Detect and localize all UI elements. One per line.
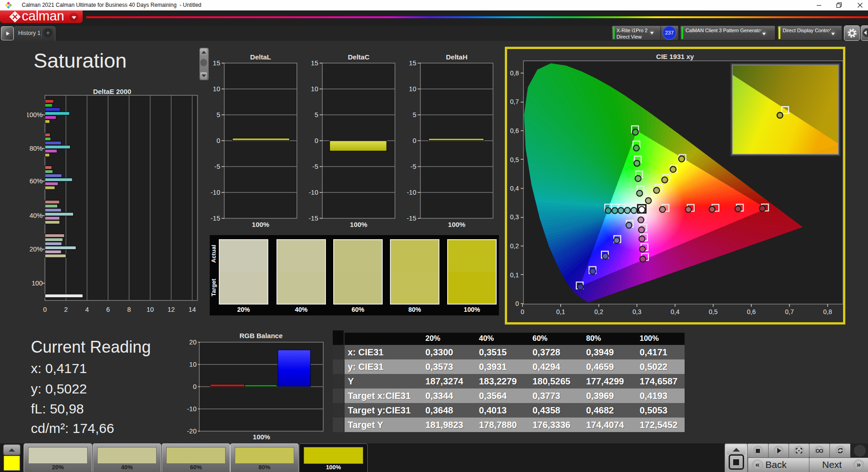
svg-text:0: 0: [315, 137, 318, 144]
svg-text:100: 100: [32, 280, 43, 287]
svg-text:0,3: 0,3: [632, 308, 641, 315]
svg-text:10: 10: [311, 85, 318, 93]
svg-text:100%: 100%: [448, 221, 465, 228]
svg-text:0,2: 0,2: [594, 308, 603, 315]
svg-text:15: 15: [311, 59, 318, 67]
svg-text:-10: -10: [211, 189, 220, 196]
svg-text:-20: -20: [187, 428, 197, 435]
svg-text:0,8: 0,8: [823, 308, 832, 315]
svg-text:0,6: 0,6: [510, 127, 519, 134]
svg-text:10: 10: [213, 85, 220, 93]
svg-text:10: 10: [189, 361, 197, 368]
svg-text:20: 20: [189, 339, 197, 346]
svg-text:0,5: 0,5: [510, 156, 519, 163]
svg-text:-10: -10: [187, 405, 197, 413]
svg-text:10: 10: [409, 85, 416, 93]
svg-text:0: 0: [43, 306, 47, 313]
svg-text:20%: 20%: [30, 246, 43, 253]
svg-text:-10: -10: [309, 189, 318, 196]
svg-text:40%: 40%: [30, 212, 43, 219]
svg-text:-5: -5: [214, 163, 220, 170]
svg-text:-15: -15: [407, 215, 416, 222]
svg-text:0,1: 0,1: [510, 271, 519, 279]
svg-text:4: 4: [85, 306, 89, 313]
svg-text:0: 0: [521, 308, 524, 315]
svg-text:5: 5: [315, 111, 318, 118]
svg-text:0: 0: [515, 300, 519, 307]
svg-text:80%: 80%: [30, 145, 43, 152]
svg-text:100%: 100%: [253, 433, 270, 441]
svg-text:5: 5: [413, 111, 416, 118]
svg-text:100%: 100%: [27, 111, 43, 118]
svg-text:15: 15: [213, 59, 220, 67]
svg-text:-15: -15: [211, 215, 220, 222]
svg-text:0,2: 0,2: [510, 242, 519, 250]
svg-text:8: 8: [127, 306, 131, 313]
svg-text:0,4: 0,4: [671, 308, 680, 315]
svg-text:5: 5: [217, 111, 220, 118]
svg-text:60%: 60%: [30, 177, 43, 185]
svg-text:0,3: 0,3: [510, 213, 519, 221]
svg-text:RGB Balance: RGB Balance: [239, 332, 282, 339]
svg-text:-5: -5: [312, 163, 318, 170]
svg-text:10: 10: [147, 306, 154, 313]
svg-text:-5: -5: [410, 163, 416, 170]
svg-text:100%: 100%: [252, 221, 269, 228]
svg-text:DeltaH: DeltaH: [446, 53, 468, 61]
svg-text:0: 0: [193, 383, 197, 390]
svg-text:DeltaL: DeltaL: [250, 53, 271, 61]
svg-text:-10: -10: [407, 189, 416, 196]
svg-text:0,1: 0,1: [556, 308, 565, 315]
svg-text:-15: -15: [309, 215, 318, 222]
svg-text:0,7: 0,7: [510, 98, 519, 105]
svg-text:DeltaE 2000: DeltaE 2000: [93, 88, 131, 95]
svg-text:2: 2: [64, 306, 68, 313]
svg-text:0,4: 0,4: [510, 185, 519, 192]
svg-text:0,6: 0,6: [747, 308, 756, 315]
svg-text:0,8: 0,8: [510, 69, 519, 77]
svg-text:CIE 1931 xy: CIE 1931 xy: [656, 53, 694, 60]
svg-text:DeltaC: DeltaC: [348, 53, 370, 61]
svg-text:100%: 100%: [350, 221, 367, 228]
svg-text:6: 6: [106, 306, 110, 313]
svg-text:14: 14: [188, 306, 196, 313]
svg-text:0,5: 0,5: [709, 308, 718, 315]
svg-text:0: 0: [413, 137, 416, 144]
svg-text:15: 15: [409, 59, 416, 67]
svg-text:12: 12: [168, 306, 175, 313]
svg-text:0: 0: [217, 137, 220, 144]
svg-text:0,7: 0,7: [785, 308, 794, 315]
